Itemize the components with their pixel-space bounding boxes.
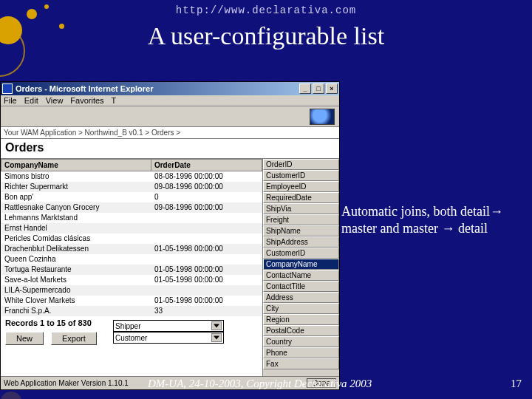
table-cell [151, 223, 262, 233]
field-list-item[interactable]: CustomerID [263, 248, 339, 259]
menu-item-view[interactable]: View [46, 96, 64, 105]
field-list-item[interactable]: Region [263, 314, 339, 325]
field-list-item[interactable]: Country [263, 336, 339, 347]
svg-marker-1 [214, 336, 219, 340]
ie-icon [2, 83, 13, 94]
ie-throbber-icon [310, 109, 335, 125]
field-list-item[interactable]: EmployeeID [263, 181, 339, 192]
svg-marker-0 [214, 324, 219, 328]
menu-item-favorites[interactable]: Favorites [70, 96, 103, 105]
table-cell: 01-05-1998 00:00:00 [151, 296, 262, 306]
slide-footer: DM-UA, 24-10-2003, Copyright Declarativa… [148, 378, 372, 390]
field-list-item[interactable]: RequiredDate [263, 192, 339, 203]
table-cell [151, 254, 262, 265]
table-cell [151, 233, 262, 244]
field-list-item[interactable]: OrderID [263, 159, 339, 170]
new-button[interactable]: New [5, 332, 44, 345]
menu-item-t[interactable]: T [112, 96, 117, 105]
breadcrumb: Your WAM Application > Northwind_B v0.1 … [1, 127, 339, 139]
field-list-item[interactable]: Fax [263, 358, 339, 369]
dropdown-label: Customer [115, 334, 147, 342]
table-cell: Ernst Handel [1, 223, 151, 233]
table-cell: 01-05-1998 00:00:00 [151, 275, 262, 285]
field-list-item[interactable]: CustomerID [263, 170, 339, 181]
table-cell: Lehmanns Marktstand [1, 213, 151, 223]
menu-bar: FileEditViewFavoritesT [1, 95, 339, 106]
slide-title: A user-configurable list [0, 22, 532, 50]
page-title: Orders [1, 139, 339, 159]
field-list-item[interactable]: PostalCode [263, 325, 339, 336]
table-cell: Richter Supermarkt [1, 182, 151, 192]
table-cell: 01-05-1998 00:00:00 [151, 244, 262, 254]
field-list-item[interactable]: ShipName [263, 225, 339, 236]
minimize-button[interactable]: _ [299, 83, 311, 94]
close-button[interactable]: × [326, 83, 338, 94]
field-list-item[interactable]: Address [263, 292, 339, 303]
field-list-item[interactable]: City [263, 303, 339, 314]
content-area: CompanyNameOrderDateShippedDate Simons b… [1, 159, 339, 376]
field-list-item[interactable]: ShipAddress [263, 236, 339, 248]
table-cell: 09-08-1996 00:00:00 [151, 202, 262, 213]
field-list-item[interactable]: ShipVia [263, 203, 339, 214]
table-cell: Queen Cozinha [1, 254, 151, 265]
customer-dropdown[interactable]: Customer [113, 332, 224, 344]
status-left: Web Application Maker Version 1.10.1 [4, 379, 129, 387]
column-header[interactable]: CompanyName [1, 160, 151, 171]
table-cell: Save-a-lot Markets [1, 275, 151, 285]
table-cell: Rattlesnake Canyon Grocery [1, 202, 151, 213]
table-cell: 08-08-1996 00:00:00 [151, 171, 262, 182]
header-url: http://www.declarativa.com [0, 0, 532, 16]
window-title: Orders - Microsoft Internet Explorer [16, 84, 153, 93]
slide-annotation: Automatic joins, both detail→ master and… [341, 203, 504, 236]
table-cell: 01-05-1998 00:00:00 [151, 265, 262, 275]
table-cell: LILA-Supermercado [1, 285, 151, 296]
chevron-down-icon [211, 321, 222, 330]
table-cell: 09-08-1996 00:00:00 [151, 182, 262, 192]
table-cell: Franchi S.p.A. [1, 306, 151, 316]
decorative-dot [0, 392, 22, 399]
table-cell: White Clover Markets [1, 296, 151, 306]
table-cell: Pericles Comidas clásicas [1, 233, 151, 244]
menu-item-file[interactable]: File [4, 96, 17, 105]
menu-item-edit[interactable]: Edit [24, 96, 38, 105]
column-header[interactable]: OrderDate [151, 160, 262, 171]
page-number: 17 [511, 378, 522, 390]
table-cell [151, 213, 262, 223]
table-cell: 33 [151, 306, 262, 316]
table-cell: Tortuga Restaurante [1, 265, 151, 275]
window-titlebar: Orders - Microsoft Internet Explorer _ □… [1, 82, 339, 95]
field-list-item[interactable]: CompanyName [263, 259, 339, 270]
field-list-item[interactable]: Freight [263, 214, 339, 225]
table-cell: Drachenblut Delikatessen [1, 244, 151, 254]
maximize-button[interactable]: □ [313, 83, 324, 94]
toolbar [1, 106, 339, 127]
field-list-item[interactable]: Phone [263, 347, 339, 358]
table-cell [151, 285, 262, 296]
browser-window: Orders - Microsoft Internet Explorer _ □… [0, 81, 340, 390]
chevron-down-icon [211, 333, 222, 342]
table-cell: 0 [151, 192, 262, 202]
field-list-panel: OrderIDCustomerIDEmployeeIDRequiredDateS… [262, 159, 339, 376]
shipper-dropdown[interactable]: Shipper [113, 320, 224, 332]
field-list-item[interactable]: ContactTitle [263, 281, 339, 292]
table-cell: Bon app' [1, 192, 151, 202]
table-cell: Simons bistro [1, 171, 151, 182]
dropdown-label: Shipper [115, 322, 140, 330]
field-list-item[interactable]: ContactName [263, 270, 339, 281]
export-button[interactable]: Export [51, 332, 97, 345]
